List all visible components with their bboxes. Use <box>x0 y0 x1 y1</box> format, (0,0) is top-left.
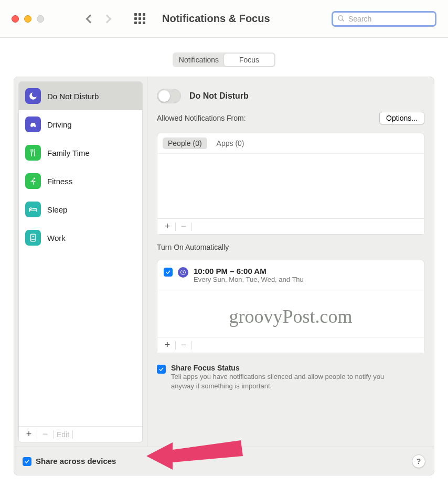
search-icon <box>337 15 345 23</box>
turn-on-auto-label: Turn On Automatically <box>157 243 424 251</box>
minimize-window-button[interactable] <box>24 15 31 23</box>
automation-footer: + − <box>157 337 424 353</box>
focus-item-family[interactable]: Family Time <box>19 139 142 167</box>
svg-point-0 <box>338 16 343 20</box>
focus-detail-heading: Do Not Disturb <box>189 91 249 101</box>
focus-item-label: Work <box>47 234 66 242</box>
share-across-devices-label: Share across devices <box>36 457 116 465</box>
share-status-checkbox[interactable] <box>157 365 166 374</box>
focus-item-label: Sleep <box>47 205 67 214</box>
utensils-icon <box>25 145 41 161</box>
focus-list-footer: + − Edit <box>19 426 142 442</box>
nav-arrows <box>87 16 110 22</box>
focus-item-label: Fitness <box>47 177 72 186</box>
share-status-row: Share Focus Status Tell apps you have no… <box>157 362 424 390</box>
add-automation-button[interactable]: + <box>161 340 174 351</box>
zoom-window-button[interactable] <box>37 15 44 23</box>
allowed-body <box>157 154 424 218</box>
remove-allowed-button[interactable]: − <box>177 221 190 232</box>
forward-button <box>103 14 112 23</box>
allowed-tab-people[interactable]: People (0) <box>163 137 207 149</box>
content-area: Notifications Focus Do Not Disturb <box>0 38 448 483</box>
allowed-tab-apps[interactable]: Apps (0) <box>211 137 250 149</box>
focus-item-driving[interactable]: Driving <box>19 110 142 139</box>
schedule-days: Every Sun, Mon, Tue, Wed, and Thu <box>194 276 304 283</box>
panel-bottom: Share across devices ? <box>14 447 434 475</box>
panel: Do Not Disturb Driving Family Time <box>14 77 434 475</box>
add-focus-button[interactable]: + <box>22 429 36 440</box>
focus-detail: Do Not Disturb Allowed Notifications Fro… <box>147 77 434 447</box>
focus-sidebar: Do Not Disturb Driving Family Time <box>14 77 147 447</box>
focus-item-label: Driving <box>47 120 72 129</box>
focus-item-work[interactable]: Work <box>19 224 142 252</box>
share-across-devices-row: Share across devices <box>23 456 116 466</box>
focus-item-dnd[interactable]: Do Not Disturb <box>19 82 142 110</box>
help-button[interactable]: ? <box>412 454 425 468</box>
share-across-devices-checkbox[interactable] <box>23 457 31 466</box>
focus-item-label: Family Time <box>47 149 90 157</box>
car-icon <box>25 117 41 132</box>
remove-focus-button[interactable]: − <box>38 429 52 440</box>
badge-icon <box>25 230 41 246</box>
search-placeholder: Search <box>348 15 371 23</box>
add-allowed-button[interactable]: + <box>161 221 174 232</box>
focus-toggle[interactable] <box>157 89 181 103</box>
allowed-footer: + − <box>157 218 424 234</box>
schedule-row[interactable]: 10:00 PM – 6:00 AM Every Sun, Mon, Tue, … <box>157 260 424 290</box>
focus-item-fitness[interactable]: Fitness <box>19 167 142 195</box>
allowed-label: Allowed Notifications From: <box>157 114 246 122</box>
back-button[interactable] <box>86 14 95 23</box>
focus-item-sleep[interactable]: Sleep <box>19 195 142 224</box>
remove-automation-button[interactable]: − <box>177 340 190 351</box>
tab-focus[interactable]: Focus <box>224 54 274 66</box>
toolbar: Notifications & Focus Search <box>0 0 448 38</box>
runner-icon <box>25 173 41 189</box>
tab-notifications[interactable]: Notifications <box>174 54 224 66</box>
focus-list: Do Not Disturb Driving Family Time <box>18 81 143 442</box>
close-window-button[interactable] <box>12 15 19 23</box>
window-title: Notifications & Focus <box>162 13 270 25</box>
svg-point-2 <box>34 177 35 179</box>
svg-line-1 <box>342 19 344 21</box>
moon-icon <box>25 88 41 104</box>
window-controls <box>12 15 44 23</box>
share-status-title: Share Focus Status <box>171 364 391 372</box>
automation-box: 10:00 PM – 6:00 AM Every Sun, Mon, Tue, … <box>157 260 424 353</box>
edit-focus-button[interactable]: Edit <box>55 430 71 439</box>
segmented-control: Notifications Focus <box>173 52 275 67</box>
allowed-box: People (0) Apps (0) + − <box>157 133 424 235</box>
schedule-time: 10:00 PM – 6:00 AM <box>194 267 304 276</box>
svg-point-4 <box>33 236 34 237</box>
bed-icon <box>25 202 41 217</box>
share-status-desc: Tell apps you have notifications silence… <box>171 372 391 390</box>
clock-icon <box>178 267 188 278</box>
allowed-tabs: People (0) Apps (0) <box>157 133 424 154</box>
search-input[interactable]: Search <box>332 11 436 27</box>
options-button[interactable]: Options... <box>379 112 424 124</box>
svg-rect-3 <box>31 234 36 241</box>
schedule-checkbox[interactable] <box>164 268 173 277</box>
all-prefs-button[interactable] <box>134 13 145 24</box>
focus-item-label: Do Not Disturb <box>47 92 99 101</box>
focus-toggle-row: Do Not Disturb <box>157 89 424 103</box>
